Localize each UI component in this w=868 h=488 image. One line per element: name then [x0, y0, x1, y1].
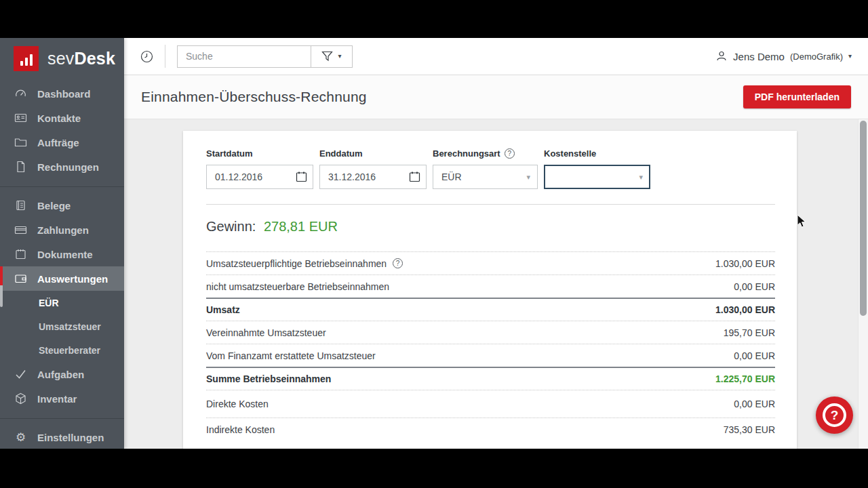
- sidebar-item-aufgaben[interactable]: Aufgaben: [0, 362, 124, 386]
- brand-name: sevDesk: [47, 49, 115, 68]
- sidebar-item-auftraege[interactable]: Aufträge: [0, 130, 124, 155]
- wallet-icon: [14, 272, 27, 285]
- row-label: Vereinnahmte Umsatzsteuer: [206, 327, 326, 338]
- user-icon: [715, 50, 728, 62]
- sidebar-bottom-group: ⚙ Einstellungen: [0, 411, 124, 449]
- profit-summary: Gewinn: 278,81 EUR: [206, 219, 775, 235]
- table-row: Direkte Kosten 0,00 EUR: [206, 390, 775, 418]
- checkmark-icon: [14, 368, 27, 380]
- help-question-icon[interactable]: ?: [393, 258, 403, 268]
- sidebar-item-label: Belege: [37, 200, 71, 211]
- table-row-subtotal: Umsatz 1.030,00 EUR: [206, 298, 775, 321]
- gauge-icon: [14, 87, 27, 100]
- user-menu[interactable]: Jens Demo (DemoGrafik) ▾: [715, 50, 852, 62]
- user-org: (DemoGrafik): [790, 52, 843, 62]
- folder-icon: [14, 136, 27, 148]
- row-label-text: Umsatzsteuerpflichtige Betriebseinnahmen: [206, 258, 387, 269]
- sidebar-item-dashboard[interactable]: Dashboard: [0, 81, 124, 106]
- table-row: Umsatzsteuerpflichtige Betriebseinnahmen…: [206, 251, 775, 274]
- calculation-type-label: Berechnungsart ?: [433, 148, 538, 159]
- section-divider: [206, 204, 775, 205]
- row-label: Indirekte Kosten: [206, 424, 275, 435]
- sidebar-item-belege[interactable]: Belege: [0, 193, 124, 218]
- invoice-document-icon: [14, 161, 27, 173]
- sidebar-item-zahlungen[interactable]: Zahlungen: [0, 218, 124, 242]
- sidebar-subitem-label: Steuerberater: [39, 345, 100, 356]
- table-row-total: Summe Betriebseinnahmen 1.225,70 EUR: [206, 367, 775, 390]
- sidebar-subitem-euer[interactable]: EÜR: [0, 291, 124, 314]
- sidebar-subitem-umsatzsteuer[interactable]: Umsatzsteuer: [0, 314, 124, 338]
- calculation-type-label-text: Berechnungsart: [433, 148, 500, 159]
- row-value: 1.225,70 EUR: [715, 373, 775, 384]
- enddate-input-wrap: [319, 165, 427, 189]
- vertical-scrollbar-thumb[interactable]: [860, 121, 867, 316]
- sidebar-item-label: Inventar: [37, 393, 77, 405]
- help-fab-button[interactable]: ?: [816, 396, 853, 434]
- chevron-down-icon: ▾: [526, 174, 530, 181]
- vertical-scrollbar-track[interactable]: [858, 119, 868, 449]
- logo-bar: [25, 58, 28, 66]
- receipt-book-icon: [14, 199, 27, 211]
- chevron-down-icon: ▾: [338, 53, 341, 60]
- calculation-type-select[interactable]: EÜR ▾: [433, 165, 538, 189]
- sidebar-item-label: Dashboard: [37, 88, 90, 100]
- sidebar-subitem-label: Umsatzsteuer: [39, 321, 101, 332]
- chevron-down-icon: ▾: [639, 174, 643, 181]
- sidebar-item-inventar[interactable]: Inventar: [0, 386, 124, 411]
- table-row: Vereinnahmte Umsatzsteuer 195,70 EUR: [206, 321, 775, 344]
- sidebar-divider: [0, 418, 124, 419]
- sidebar-item-label: Dokumente: [37, 249, 93, 260]
- row-label: nicht umsatzsteuerbare Betriebseinnahmen: [206, 281, 389, 292]
- row-label: Summe Betriebseinnahmen: [206, 373, 331, 384]
- sidebar-item-einstellungen[interactable]: ⚙ Einstellungen: [0, 425, 124, 449]
- row-value: 1.030,00 EUR: [715, 304, 775, 315]
- row-label: Umsatz: [206, 304, 240, 315]
- help-question-icon: ?: [823, 403, 846, 427]
- sidebar-item-rechnungen[interactable]: Rechnungen: [0, 155, 124, 179]
- sidebar-nav: Dashboard Kontakte Aufträge: [0, 77, 124, 449]
- page-title: Einnahmen-Überschuss-Rechnung: [141, 89, 367, 105]
- calendar-icon[interactable]: [409, 171, 420, 185]
- notebook-icon: [14, 248, 27, 260]
- topbar-divider: [165, 45, 165, 68]
- sidebar-subitem-steuerberater[interactable]: Steuerberater: [0, 338, 124, 362]
- enddate-label: Enddatum: [319, 148, 427, 159]
- cost-center-label: Kostenstelle: [544, 148, 650, 159]
- pdf-download-button[interactable]: PDF herunterladen: [743, 85, 851, 108]
- row-label: Umsatzsteuerpflichtige Betriebseinnahmen…: [206, 258, 403, 269]
- calendar-icon[interactable]: [296, 171, 307, 185]
- enddate-field: Enddatum: [319, 148, 427, 189]
- contact-card-icon: [14, 112, 27, 124]
- sidebar-scrollbar-thumb[interactable]: [0, 285, 3, 307]
- bar-chart-logo-icon: [14, 46, 39, 71]
- cube-icon: [14, 392, 27, 405]
- funnel-icon: [321, 51, 333, 62]
- help-question-icon[interactable]: ?: [505, 148, 515, 159]
- sidebar-item-dokumente[interactable]: Dokumente: [0, 242, 124, 266]
- row-value: 735,30 EUR: [724, 424, 775, 435]
- startdate-field: Startdatum: [206, 148, 313, 189]
- sidebar-subitem-label: EÜR: [39, 298, 59, 308]
- page-header: Einnahmen-Überschuss-Rechnung PDF herunt…: [124, 75, 868, 119]
- content-area: Startdatum Enddatum: [124, 119, 868, 449]
- startdate-input-wrap: [206, 165, 313, 189]
- sidebar-item-label: Zahlungen: [37, 224, 89, 236]
- row-value: 195,70 EUR: [724, 327, 775, 338]
- sidebar-item-auswertungen[interactable]: Auswertungen: [0, 266, 124, 291]
- sidebar-item-label: Rechnungen: [37, 161, 99, 173]
- logo-bar: [20, 61, 23, 66]
- sidebar-item-label: Kontakte: [37, 113, 81, 124]
- row-value: 1.030,00 EUR: [715, 258, 775, 269]
- cost-center-select[interactable]: ▾: [544, 165, 650, 189]
- sidebar-item-label: Einstellungen: [37, 432, 104, 443]
- sidebar: sevDesk Dashboard Kontakte: [0, 38, 124, 449]
- filter-button[interactable]: ▾: [311, 45, 353, 68]
- brand-name-light: sev: [47, 49, 75, 68]
- history-clock-button[interactable]: [140, 50, 153, 63]
- search-input[interactable]: [177, 45, 311, 68]
- credit-card-icon: [14, 224, 27, 236]
- brand-logo[interactable]: sevDesk: [0, 38, 124, 77]
- user-name: Jens Demo: [733, 51, 785, 62]
- sidebar-item-kontakte[interactable]: Kontakte: [0, 106, 124, 130]
- row-label: Vom Finanzamt erstattete Umsatzsteuer: [206, 350, 376, 361]
